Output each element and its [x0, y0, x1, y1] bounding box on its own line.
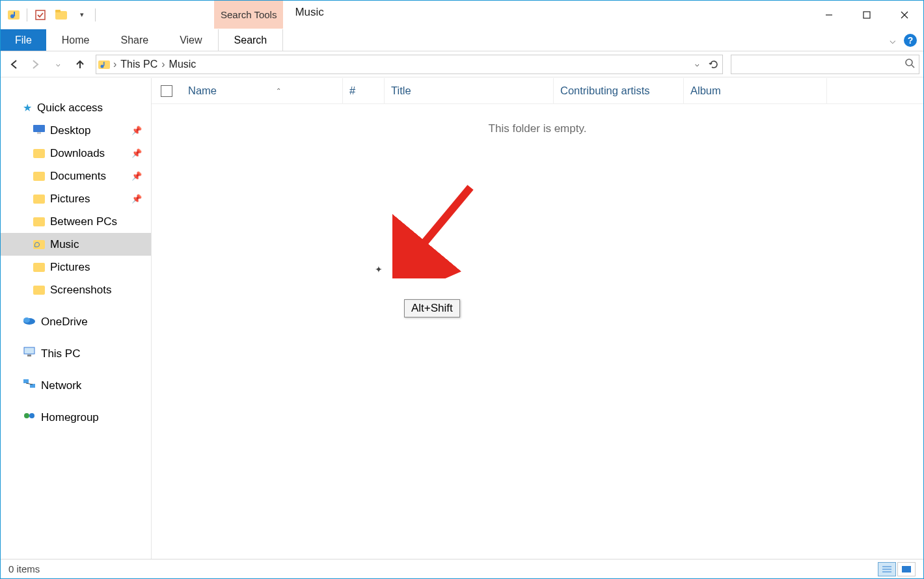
search-input[interactable]: [735, 59, 904, 70]
column-label: Title: [391, 85, 411, 97]
sidebar-item-documents[interactable]: Documents 📌: [1, 165, 151, 187]
refresh-button[interactable]: [705, 55, 722, 74]
separator: [27, 8, 27, 21]
search-box[interactable]: [731, 55, 919, 74]
svg-rect-12: [103, 62, 105, 66]
maximize-button[interactable]: [848, 1, 886, 29]
location-music-icon: [96, 59, 112, 70]
sidebar-onedrive[interactable]: OneDrive: [1, 310, 151, 333]
sidebar-item-pictures-2[interactable]: Pictures: [1, 256, 151, 278]
close-button[interactable]: [886, 1, 923, 29]
sidebar-quick-access[interactable]: ★ Quick access: [1, 96, 151, 119]
column-number[interactable]: #: [343, 78, 385, 103]
svg-rect-15: [33, 125, 45, 132]
content-pane: Name ⌃ # Title Contributing artists Albu…: [152, 78, 923, 559]
ribbon-expand-icon[interactable]: ⌵: [890, 34, 896, 46]
svg-rect-30: [902, 566, 911, 572]
sidebar-item-music[interactable]: Music: [1, 233, 151, 256]
pin-icon: 📌: [131, 148, 142, 158]
address-bar[interactable]: › This PC › Music ⌵: [96, 55, 723, 74]
sidebar-item-label: Downloads: [50, 147, 105, 160]
minimize-button[interactable]: [810, 1, 848, 29]
breadcrumb-music[interactable]: Music: [167, 59, 199, 70]
ribbon-tab-view[interactable]: View: [164, 29, 217, 51]
chevron-right-icon[interactable]: ›: [112, 59, 118, 70]
navigation-pane: ★ Quick access Desktop 📌 Downloads 📌 Doc…: [1, 78, 152, 559]
sidebar-item-label: Pictures: [50, 193, 90, 206]
svg-rect-5: [55, 10, 61, 12]
status-item-count: 0 items: [8, 563, 40, 574]
column-contributing-artists[interactable]: Contributing artists: [554, 78, 684, 103]
up-button[interactable]: [71, 55, 89, 74]
folder-icon: [33, 195, 45, 204]
sidebar-item-label: Music: [50, 238, 79, 251]
folder-icon: [33, 217, 45, 226]
network-icon: [23, 379, 36, 392]
ribbon-tab-home[interactable]: Home: [46, 29, 105, 51]
ribbon-file-tab[interactable]: File: [1, 29, 46, 51]
onedrive-icon: [23, 316, 36, 329]
new-folder-icon[interactable]: [52, 6, 70, 24]
ribbon-tab-share[interactable]: Share: [105, 29, 164, 51]
recent-locations-button[interactable]: ⌵: [49, 55, 67, 74]
svg-line-26: [405, 187, 470, 265]
chevron-right-icon[interactable]: ›: [160, 59, 166, 70]
back-button[interactable]: [5, 55, 23, 74]
folder-icon: [33, 149, 45, 158]
sidebar-network[interactable]: Network: [1, 374, 151, 397]
help-icon[interactable]: ?: [904, 34, 917, 47]
sidebar-label: Homegroup: [41, 411, 99, 424]
sidebar-label: Quick access: [37, 101, 103, 114]
address-dropdown-button[interactable]: ⌵: [688, 55, 705, 74]
app-icon: [5, 6, 23, 24]
separator: [95, 8, 96, 21]
sidebar-homegroup[interactable]: Homegroup: [1, 406, 151, 429]
svg-rect-16: [37, 132, 41, 134]
column-headers: Name ⌃ # Title Contributing artists Albu…: [152, 78, 923, 104]
cursor-icon: ✦: [375, 264, 383, 275]
sidebar-item-label: Pictures: [50, 261, 90, 274]
pin-icon: 📌: [131, 171, 142, 181]
sidebar-item-between-pcs[interactable]: Between PCs: [1, 210, 151, 233]
sidebar-item-downloads[interactable]: Downloads 📌: [1, 142, 151, 165]
svg-line-14: [912, 65, 914, 68]
view-details-button[interactable]: [878, 562, 896, 576]
column-name[interactable]: Name ⌃: [182, 78, 343, 103]
pin-icon: 📌: [131, 126, 142, 135]
svg-rect-3: [36, 10, 45, 20]
folder-icon: [33, 172, 45, 181]
context-tab-search-tools[interactable]: Search Tools: [214, 1, 283, 29]
svg-point-24: [24, 413, 29, 418]
folder-icon: [33, 263, 45, 272]
qat-customize-icon[interactable]: ▾: [73, 6, 91, 24]
properties-icon[interactable]: [31, 6, 49, 24]
star-icon: ★: [23, 101, 32, 114]
svg-point-13: [906, 59, 912, 66]
sidebar-item-pictures[interactable]: Pictures 📌: [1, 187, 151, 210]
sidebar-item-label: Documents: [50, 170, 106, 183]
select-all-checkbox[interactable]: [161, 85, 172, 97]
column-title[interactable]: Title: [385, 78, 554, 103]
sidebar-item-label: Between PCs: [50, 215, 117, 228]
search-icon[interactable]: [904, 58, 915, 71]
breadcrumb-this-pc[interactable]: This PC: [118, 59, 160, 70]
svg-rect-7: [863, 12, 870, 18]
sidebar-item-screenshots[interactable]: Screenshots: [1, 278, 151, 301]
folder-icon: [33, 286, 45, 295]
svg-point-25: [29, 413, 34, 418]
sidebar-label: OneDrive: [41, 316, 88, 329]
forward-button[interactable]: [27, 55, 45, 74]
pin-icon: 📌: [131, 194, 142, 204]
ribbon-tab-search[interactable]: Search: [218, 29, 284, 51]
sidebar-this-pc[interactable]: This PC: [1, 342, 151, 365]
ribbon-tabs: File Home Share View Search ⌵ ?: [1, 29, 923, 51]
title-bar: ▾ Search Tools Music: [1, 1, 923, 29]
column-label: #: [349, 85, 355, 97]
sidebar-item-desktop[interactable]: Desktop 📌: [1, 119, 151, 142]
svg-point-11: [101, 64, 104, 68]
view-large-icons-button[interactable]: [897, 562, 916, 576]
navigation-bar: ⌵ › This PC › Music ⌵: [1, 51, 923, 77]
svg-point-18: [23, 317, 30, 323]
column-album[interactable]: Album: [684, 78, 827, 103]
column-label: Contributing artists: [560, 85, 650, 97]
